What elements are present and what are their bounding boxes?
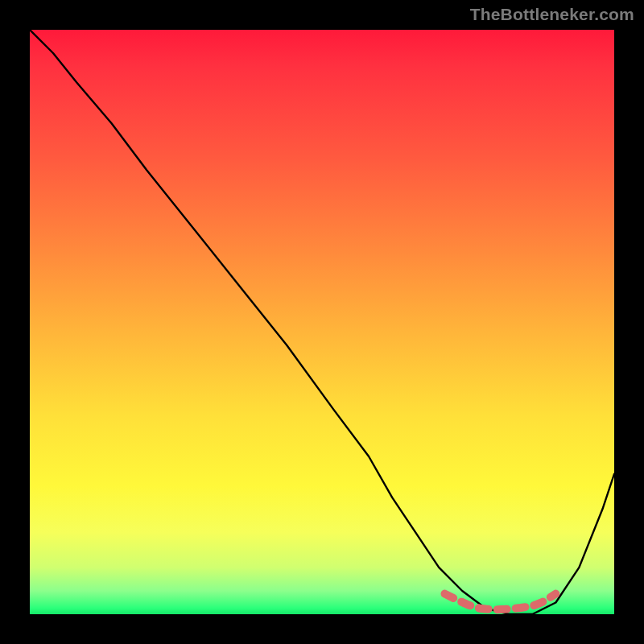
chart-frame: TheBottleneker.com	[0, 0, 644, 644]
bottleneck-curve	[30, 30, 614, 614]
watermark-text: TheBottleneker.com	[470, 5, 634, 24]
highlight-segment	[445, 594, 556, 610]
plot-area	[30, 30, 614, 614]
chart-svg	[30, 30, 614, 614]
